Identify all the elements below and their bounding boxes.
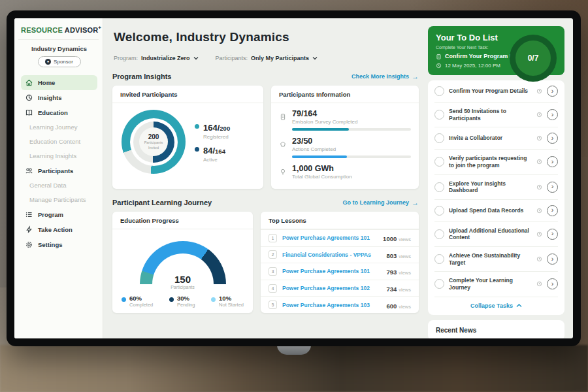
emission-survey-label: Emission Survey Completed [292, 119, 411, 125]
sidebar-item-label: Program [38, 211, 63, 218]
task-checkbox[interactable] [434, 157, 444, 167]
task-checkbox[interactable] [434, 133, 444, 143]
program-insights-title: Program Insights [112, 73, 171, 80]
arrow-right-icon: → [412, 73, 419, 80]
task-checkbox[interactable] [434, 279, 444, 289]
task-open-button[interactable]: › [547, 156, 558, 167]
sidebar-item-settings[interactable]: Settings [21, 237, 97, 252]
sidebar-item-learning-journey[interactable]: Learning Journey [21, 120, 97, 135]
sidebar-item-label: Learning Insights [29, 152, 76, 159]
task-label: Upload Additional Educational Content [449, 227, 532, 241]
lesson-row: 5 Power Purchase Agreements 103 600views [261, 296, 419, 313]
sidebar-item-participants[interactable]: Participants [21, 163, 97, 178]
actions-completed-label: Actions Completed [292, 146, 411, 152]
survey-icon [279, 112, 287, 120]
participants-value: Only My Participants [251, 55, 309, 61]
task-row: Invite a Collaborator › [434, 127, 558, 150]
task-checkbox[interactable] [434, 254, 444, 264]
program-select[interactable]: Program:Industrialize Zero [114, 51, 199, 63]
legend-dot [122, 297, 126, 302]
legend-dot [211, 297, 216, 302]
top-lessons-card: Top Lessons 1 Power Purchase Agreements … [261, 212, 419, 313]
consumption-row: 1,000 GWh Total Global Consumption [271, 158, 419, 180]
task-checkbox[interactable] [434, 229, 444, 239]
lesson-rank: 3 [269, 267, 277, 276]
gear-icon [25, 240, 33, 249]
actions-icon [279, 139, 287, 147]
invited-donut-ring-inner: 200 Participants Invited [133, 122, 174, 163]
collapse-tasks-link[interactable]: Collapse Tasks [434, 297, 558, 315]
check-more-insights-link[interactable]: Check More Insights→ [351, 73, 419, 80]
clock-icon [536, 159, 542, 165]
education-progress-title: Education Progress [112, 212, 253, 229]
lesson-link[interactable]: Power Purchase Agreements 102 [282, 285, 381, 291]
lesson-link[interactable]: Power Purchase Agreements 103 [282, 302, 381, 308]
todo-task-list: Confirm Your Program Details › Send 50 I… [428, 80, 564, 315]
task-open-button[interactable]: › [547, 86, 558, 97]
chevron-up-icon [516, 302, 522, 309]
brand-logo-advisor: ADVISOR+ [65, 26, 101, 34]
task-open-button[interactable]: › [547, 182, 558, 193]
sidebar-item-education[interactable]: Education [21, 105, 97, 120]
clock-icon [536, 281, 542, 287]
lesson-link[interactable]: Power Purchase Agreements 101 [282, 268, 381, 274]
lesson-link[interactable]: Financial Considerations - VPPAs [282, 252, 381, 258]
sidebar-item-take-action[interactable]: Take Action [21, 222, 97, 237]
sidebar-item-label: Education [38, 109, 68, 116]
task-open-button[interactable]: › [547, 229, 558, 240]
top-lessons-title: Top Lessons [261, 212, 419, 229]
task-label: Complete Your Learning Journey [449, 277, 532, 291]
program-insights-header: Program Insights Check More Insights→ [112, 73, 419, 80]
legend-active: 84/164 Active [195, 144, 230, 163]
sidebar-item-program[interactable]: Program [21, 207, 97, 222]
education-progress-card: Education Progress 150 Participants 60%C… [112, 212, 253, 313]
task-label: Upload Spend Data Records [449, 207, 532, 214]
task-label: Explore Your Insights Dashboard [449, 180, 532, 194]
actions-completed-progress [292, 155, 411, 158]
task-label: Send 50 Invitations to Participants [449, 108, 532, 122]
insights-icon [25, 93, 33, 102]
lesson-rank: 1 [269, 234, 277, 242]
sidebar-item-label: Home [38, 79, 55, 86]
sidebar-item-education-content[interactable]: Education Content [21, 135, 97, 149]
sidebar-item-label: Learning Journey [29, 123, 77, 131]
sidebar-item-insights[interactable]: Insights [21, 90, 97, 105]
bulb-icon [279, 167, 287, 174]
sidebar-item-learning-insights[interactable]: Learning Insights [21, 149, 97, 163]
sponsor-badge: ● Sponsor [38, 56, 81, 67]
emission-survey-value: 79/164 [292, 109, 411, 118]
task-open-button[interactable]: › [547, 205, 558, 216]
monitor-stand [277, 345, 311, 355]
org-name: Industry Dynamics [21, 45, 97, 52]
brand-logo: RESOURCE ADVISOR+ [21, 25, 97, 34]
task-row: Verify participants requesting to join t… [434, 150, 558, 174]
lesson-rank: 5 [269, 301, 277, 309]
education-gauge-center: 150 Participants [140, 274, 226, 289]
task-open-button[interactable]: › [547, 253, 558, 265]
sidebar-item-manage-participants[interactable]: Manage Participants [21, 193, 97, 207]
arrow-right-icon: → [412, 199, 419, 206]
participants-select[interactable]: Participants:Only My Participants [216, 51, 318, 63]
task-open-button[interactable]: › [547, 133, 558, 144]
lesson-link[interactable]: Power Purchase Agreements 101 [282, 235, 378, 241]
task-checkbox[interactable] [434, 86, 444, 96]
learning-journey-header: Participant Learning Journey Go to Learn… [112, 199, 419, 206]
task-row: Complete Your Learning Journey › [434, 272, 558, 297]
divider [18, 39, 99, 40]
clock-icon [536, 208, 542, 214]
task-open-button[interactable]: › [547, 278, 558, 289]
sponsor-badge-label: Sponsor [54, 59, 73, 65]
sidebar-item-label: General Data [29, 182, 67, 189]
task-open-button[interactable]: › [547, 109, 558, 120]
monitor-bezel: RESOURCE ADVISOR+ Industry Dynamics ● Sp… [7, 10, 581, 346]
sidebar-item-label: Education Content [29, 138, 80, 145]
todo-summary-card: Your To Do List Complete Your Next Task:… [428, 26, 564, 75]
task-checkbox[interactable] [434, 182, 444, 192]
task-checkbox[interactable] [434, 110, 444, 120]
insights-cards: Invited Participants 200 Participants In… [112, 86, 419, 189]
sidebar-item-general-data[interactable]: General Data [21, 178, 97, 193]
task-checkbox[interactable] [434, 206, 444, 216]
sidebar-item-home[interactable]: Home [21, 75, 97, 90]
task-row: Explore Your Insights Dashboard › [434, 175, 558, 200]
go-to-learning-journey-link[interactable]: Go to Learning Journey→ [342, 199, 419, 206]
